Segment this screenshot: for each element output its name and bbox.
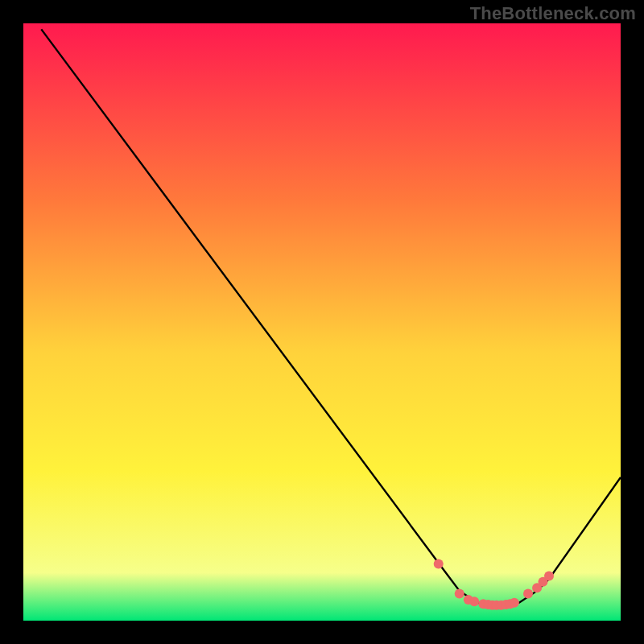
plot-svg xyxy=(23,23,621,621)
data-point xyxy=(469,597,479,606)
data-point xyxy=(455,589,464,599)
gradient-background xyxy=(23,23,621,621)
chart-frame: TheBottleneck.com xyxy=(0,0,644,644)
plot-area xyxy=(23,23,621,621)
watermark-text: TheBottleneck.com xyxy=(470,3,636,24)
data-point xyxy=(510,598,519,608)
data-point xyxy=(544,571,554,580)
data-point xyxy=(523,589,533,599)
data-point xyxy=(434,559,444,569)
